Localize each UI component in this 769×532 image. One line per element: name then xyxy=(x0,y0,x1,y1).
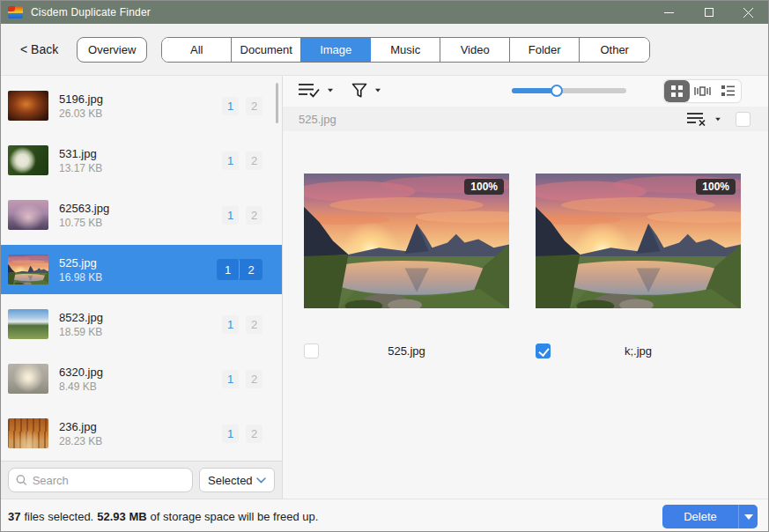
group-checkbox[interactable] xyxy=(736,112,751,127)
list-icon xyxy=(721,85,735,97)
delete-button[interactable]: Delete xyxy=(662,505,758,528)
tab-other[interactable]: Other xyxy=(580,38,649,62)
app-icon xyxy=(8,6,23,18)
file-size: 18.59 KB xyxy=(59,325,222,339)
tab-video[interactable]: Video xyxy=(440,38,510,62)
file-row[interactable]: 6320.jpg 8.49 KB 12 xyxy=(1,354,282,403)
group-count-2[interactable]: 2 xyxy=(246,97,262,115)
duplicate-checkbox[interactable] xyxy=(304,344,319,358)
filter-dropdown-arrow[interactable] xyxy=(375,89,381,92)
back-button[interactable]: < Back xyxy=(20,42,58,56)
app-window: Cisdem Duplicate Finder < Back Overview … xyxy=(0,0,769,532)
file-row[interactable]: 531.jpg 13.17 KB 12 xyxy=(1,136,282,185)
selected-filter-dropdown[interactable]: Selected xyxy=(199,468,275,492)
view-mode-switch xyxy=(663,79,742,103)
group-count-1[interactable]: 1 xyxy=(222,206,239,225)
search-input[interactable] xyxy=(33,474,185,487)
search-icon xyxy=(16,474,27,486)
group-count-1[interactable]: 1 xyxy=(222,97,239,115)
file-thumbnail xyxy=(8,255,48,284)
duplicates-toolbar xyxy=(283,76,768,107)
group-count-1[interactable]: 1 xyxy=(217,259,240,280)
group-count-2[interactable]: 2 xyxy=(246,151,262,170)
duplicates-pane: 525.jpg 100% 525.jpg xyxy=(283,76,768,499)
deselect-dropdown-arrow[interactable] xyxy=(715,117,721,121)
search-box[interactable] xyxy=(8,468,193,492)
file-size: 16.98 KB xyxy=(59,270,217,284)
minimize-button[interactable] xyxy=(649,1,689,24)
group-count-2[interactable]: 2 xyxy=(246,315,262,334)
status-text-2: of storage space will be freed up. xyxy=(151,510,319,523)
file-list: 5196.jpg 26.03 KB 12 531.jpg 13.17 KB 12… xyxy=(1,76,282,461)
carousel-icon xyxy=(694,85,711,97)
delete-dropdown-arrow[interactable] xyxy=(738,505,758,528)
duplicate-preview-image[interactable]: 100% xyxy=(304,174,509,308)
file-row[interactable]: 236.jpg 28.23 KB 12 xyxy=(1,409,282,458)
selected-count: 37 xyxy=(8,510,20,523)
deselect-list-icon[interactable] xyxy=(687,112,708,126)
group-count-1[interactable]: 1 xyxy=(222,425,239,443)
file-size: 28.23 KB xyxy=(59,434,222,448)
title-bar: Cisdem Duplicate Finder xyxy=(1,1,768,24)
similarity-badge: 100% xyxy=(464,179,504,195)
file-size: 26.03 KB xyxy=(59,107,222,121)
close-button[interactable] xyxy=(728,1,768,24)
duplicate-checkbox-checked[interactable] xyxy=(536,344,551,358)
category-tabs: All Document Image Music Video Folder Ot… xyxy=(161,37,650,63)
similarity-badge: 100% xyxy=(696,179,736,195)
file-name: 62563.jpg xyxy=(59,201,222,216)
auto-select-dropdown-arrow[interactable] xyxy=(328,89,333,92)
duplicate-preview-image[interactable]: 100% xyxy=(536,174,741,308)
file-row[interactable]: 8523.jpg 18.59 KB 12 xyxy=(1,299,282,349)
tab-document[interactable]: Document xyxy=(232,38,301,62)
delete-button-label: Delete xyxy=(662,510,738,523)
auto-select-icon[interactable] xyxy=(299,82,320,99)
file-name: 236.jpg xyxy=(59,419,222,434)
file-thumbnail xyxy=(8,200,48,230)
duplicate-card: 100% k;.jpg xyxy=(536,174,741,359)
status-text-1: files selected. xyxy=(24,510,93,523)
status-bar: 37 files selected. 52.93 MB of storage s… xyxy=(1,499,768,532)
view-grid-button[interactable] xyxy=(664,80,690,102)
duplicate-filename: k;.jpg xyxy=(536,344,741,359)
maximize-button[interactable] xyxy=(689,1,728,24)
file-name: 5196.jpg xyxy=(59,92,222,107)
group-count-1[interactable]: 1 xyxy=(222,151,239,170)
group-count-2[interactable]: 2 xyxy=(246,370,262,388)
sidebar-scrollbar[interactable] xyxy=(276,83,278,123)
overview-button[interactable]: Overview xyxy=(77,37,147,63)
selected-filter-value: Selected xyxy=(208,474,253,487)
duplicate-groups-sidebar: 5196.jpg 26.03 KB 12 531.jpg 13.17 KB 12… xyxy=(1,76,283,499)
chevron-down-icon xyxy=(256,477,266,484)
file-row[interactable]: 5196.jpg 26.03 KB 12 xyxy=(1,81,282,130)
grid-icon xyxy=(671,85,683,97)
duplicate-filename: 525.jpg xyxy=(304,344,509,359)
view-carousel-button[interactable] xyxy=(690,80,715,102)
tab-music[interactable]: Music xyxy=(371,38,440,62)
file-thumbnail xyxy=(8,364,48,394)
file-row-selected[interactable]: 525.jpg 16.98 KB 12 xyxy=(1,245,282,294)
file-name: 8523.jpg xyxy=(59,310,222,325)
file-name: 6320.jpg xyxy=(59,365,222,380)
view-list-button[interactable] xyxy=(715,80,741,102)
window-title: Cisdem Duplicate Finder xyxy=(31,6,151,18)
tab-folder[interactable]: Folder xyxy=(510,38,580,62)
group-count-2[interactable]: 2 xyxy=(240,259,262,280)
group-label: 525.jpg xyxy=(299,113,336,126)
tab-image[interactable]: Image xyxy=(301,38,371,62)
duplicate-card: 100% 525.jpg xyxy=(304,174,509,359)
group-count-2[interactable]: 2 xyxy=(246,425,262,443)
tab-all[interactable]: All xyxy=(162,38,232,62)
group-count-2[interactable]: 2 xyxy=(246,206,262,225)
file-size: 13.17 KB xyxy=(59,161,222,175)
group-count-1[interactable]: 1 xyxy=(222,315,239,334)
group-count-1[interactable]: 1 xyxy=(222,370,239,388)
file-name: 531.jpg xyxy=(59,146,222,161)
filter-icon[interactable] xyxy=(351,83,367,99)
freed-space: 52.93 MB xyxy=(97,510,146,523)
zoom-slider-knob[interactable] xyxy=(551,85,563,97)
zoom-slider[interactable] xyxy=(512,88,626,93)
sidebar-footer: Selected xyxy=(1,461,282,499)
file-size: 10.75 KB xyxy=(59,216,222,230)
file-row[interactable]: 62563.jpg 10.75 KB 12 xyxy=(1,190,282,240)
